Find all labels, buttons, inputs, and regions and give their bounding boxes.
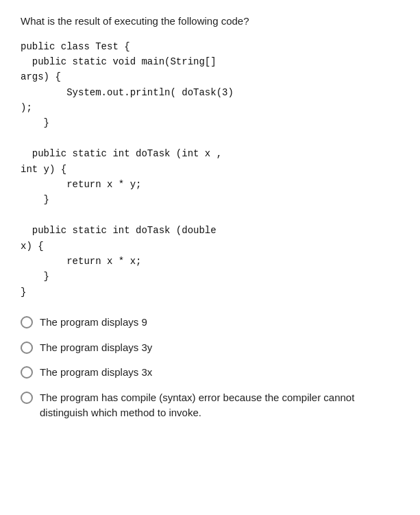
radio-2[interactable] <box>21 342 33 354</box>
options-list: The program displays 9 The program displ… <box>21 315 399 421</box>
option-1[interactable]: The program displays 9 <box>21 315 399 331</box>
radio-3[interactable] <box>21 366 33 379</box>
option-3[interactable]: The program displays 3x <box>21 365 399 381</box>
option-4-label: The program has compile (syntax) error b… <box>40 390 399 421</box>
option-4[interactable]: The program has compile (syntax) error b… <box>21 390 399 421</box>
option-2-label: The program displays 3y <box>40 340 399 356</box>
option-1-label: The program displays 9 <box>40 315 399 331</box>
radio-1[interactable] <box>21 316 33 328</box>
option-2[interactable]: The program displays 3y <box>21 340 399 356</box>
option-3-label: The program displays 3x <box>40 365 399 381</box>
code-block: public class Test { public static void m… <box>21 39 399 300</box>
question-text: What is the result of executing the foll… <box>21 14 399 29</box>
radio-4[interactable] <box>21 392 33 404</box>
